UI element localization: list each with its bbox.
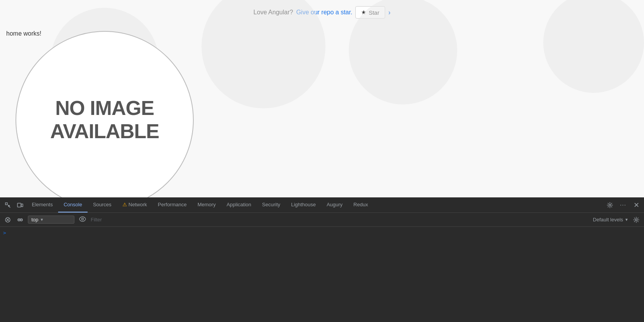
home-works-text: home works! — [6, 30, 41, 37]
tab-sources[interactable]: Sources — [88, 197, 117, 212]
devtools-topbar: Elements Console Sources ⚠ Network Perfo… — [0, 197, 644, 213]
live-expression-button[interactable] — [77, 216, 88, 224]
inspect-element-button[interactable] — [2, 199, 14, 211]
svg-rect-0 — [5, 203, 7, 205]
tab-performance[interactable]: Performance — [152, 197, 192, 212]
devtools-actions: ··· ✕ — [604, 199, 642, 211]
devtools-panel: Elements Console Sources ⚠ Network Perfo… — [0, 197, 644, 322]
svg-rect-1 — [17, 203, 21, 207]
tab-application[interactable]: Application — [221, 197, 257, 212]
context-dropdown-arrow: ▼ — [40, 218, 44, 222]
svg-rect-2 — [21, 204, 23, 207]
console-settings-button[interactable] — [632, 215, 641, 224]
context-selector[interactable]: top ▼ — [28, 216, 74, 224]
bg-decoration-4 — [543, 0, 644, 93]
tab-elements[interactable]: Elements — [26, 197, 58, 212]
filter-toggle-button[interactable] — [15, 215, 25, 224]
page-area: Love Angular? Give our repo a star. ★ St… — [0, 0, 644, 197]
settings-button[interactable] — [604, 199, 616, 211]
console-output[interactable]: > — [0, 227, 644, 322]
tab-lighthouse[interactable]: Lighthouse — [286, 197, 321, 212]
tab-console[interactable]: Console — [58, 197, 88, 212]
device-toolbar-button[interactable] — [14, 199, 26, 211]
svg-point-3 — [609, 204, 611, 206]
clear-console-button[interactable] — [3, 215, 12, 224]
tab-redux[interactable]: Redux — [348, 197, 374, 212]
no-image-line1: NO IMAGE — [50, 97, 159, 120]
console-prompt-line[interactable]: > — [0, 229, 644, 236]
prompt-arrow-icon: > — [3, 230, 6, 236]
close-icon: ✕ — [634, 201, 639, 209]
tab-security[interactable]: Security — [257, 197, 286, 212]
no-image-circle: NO IMAGE AVAILABLE — [15, 31, 194, 197]
default-levels-arrow: ▼ — [625, 218, 629, 222]
bg-decoration-2 — [201, 0, 325, 108]
tab-memory[interactable]: Memory — [192, 197, 221, 212]
context-value: top — [31, 217, 38, 223]
tab-network[interactable]: ⚠ Network — [117, 197, 153, 212]
console-toolbar: top ▼ Default levels ▼ — [0, 213, 644, 227]
tab-augury[interactable]: Augury — [321, 197, 348, 212]
default-levels-selector[interactable]: Default levels ▼ — [593, 217, 629, 223]
no-image-text: NO IMAGE AVAILABLE — [50, 97, 159, 143]
network-warning-icon: ⚠ — [122, 202, 127, 207]
default-levels-label: Default levels — [593, 217, 623, 223]
filter-input[interactable] — [91, 217, 590, 223]
more-button[interactable]: ··· — [617, 199, 629, 211]
devtools-tabs: Elements Console Sources ⚠ Network Perfo… — [26, 197, 604, 212]
svg-point-10 — [82, 218, 84, 220]
close-devtools-button[interactable]: ✕ — [630, 199, 642, 211]
more-dots-icon: ··· — [620, 202, 626, 209]
no-image-line2: AVAILABLE — [50, 120, 159, 143]
bg-decoration-3 — [349, 0, 457, 104]
svg-point-11 — [635, 219, 637, 221]
